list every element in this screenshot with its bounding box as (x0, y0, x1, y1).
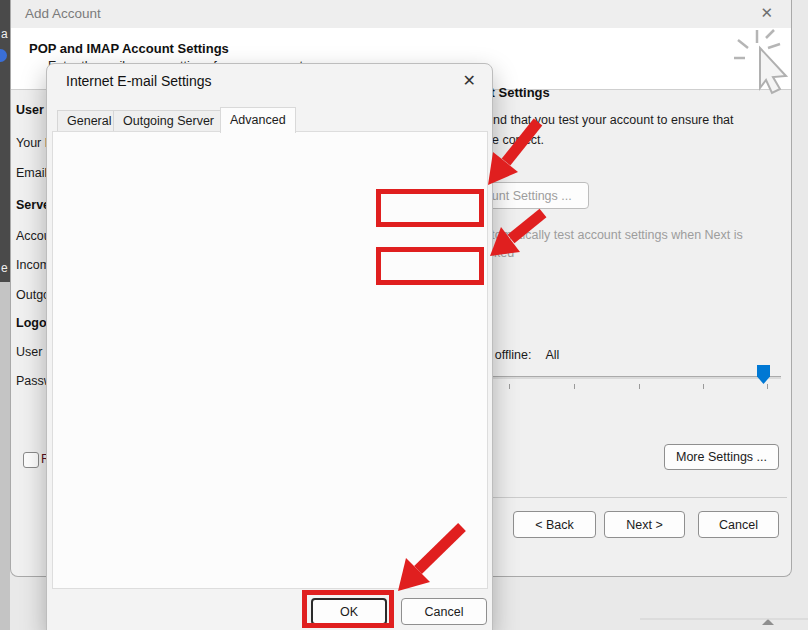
dialog-cancel-button[interactable]: Cancel (401, 598, 487, 625)
mail-offline-value: All (545, 348, 559, 362)
background-text-fragment: a (1, 27, 8, 41)
annotation-box-incoming-ssl (376, 189, 484, 227)
background-window-strip (0, 0, 10, 282)
screenshot-root: a e Add Account ✕ POP and IMAP Account S… (0, 0, 808, 630)
scroll-arrow-fragment (762, 619, 774, 625)
tab-outgoing-server[interactable]: Outgoing Server (113, 110, 224, 132)
titlebar: Add Account ✕ (11, 0, 791, 28)
next-button[interactable]: Next > (604, 511, 685, 538)
dialog-close-icon[interactable]: ✕ (463, 71, 476, 90)
dialog-title: Internet E-mail Settings (66, 73, 212, 89)
slider-tick (574, 384, 575, 389)
annotation-box-outgoing-ssl (376, 247, 484, 285)
internet-email-settings-dialog: Internet E-mail Settings ✕ General Outgo… (46, 63, 493, 630)
spa-checkbox[interactable] (23, 452, 39, 468)
background-window-strip-lower (0, 282, 10, 630)
annotation-box-ok (302, 590, 394, 628)
auto-test-label: Automatically test account settings when… (476, 226, 786, 262)
mail-offline-slider-thumb[interactable] (757, 365, 770, 384)
slider-tick (703, 384, 704, 389)
close-icon[interactable]: ✕ (760, 4, 773, 22)
wizard-cancel-button[interactable]: Cancel (698, 511, 779, 538)
slider-tick (639, 384, 640, 389)
tab-general[interactable]: General (57, 110, 121, 132)
more-settings-button[interactable]: More Settings ... (664, 444, 779, 470)
window-title: Add Account (25, 6, 101, 21)
slider-tick (509, 384, 510, 389)
back-button[interactable]: < Back (513, 511, 596, 538)
tab-advanced[interactable]: Advanced (220, 107, 296, 133)
wizard-heading: POP and IMAP Account Settings (29, 41, 229, 56)
background-text-fragment: e (1, 261, 8, 275)
slider-tick (767, 384, 768, 389)
